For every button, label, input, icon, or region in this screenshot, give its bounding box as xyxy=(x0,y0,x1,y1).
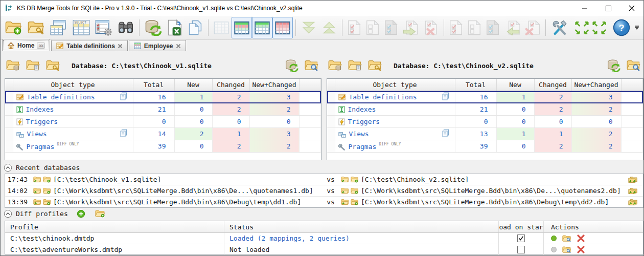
left-invert-selection-button[interactable] xyxy=(382,17,400,38)
summary-row-triggers[interactable]: Triggers 0 0 0 0 xyxy=(5,116,321,128)
minimize-button[interactable] xyxy=(573,1,596,16)
export-excel-button[interactable] xyxy=(165,17,185,38)
copy-report-button[interactable] xyxy=(185,17,205,38)
copy-list-icon[interactable] xyxy=(120,129,128,137)
col-status[interactable]: Status xyxy=(224,221,498,232)
open-left-db-icon[interactable] xyxy=(43,176,51,183)
open-both-dbs-icon[interactable] xyxy=(628,176,638,183)
open-right-db-icon[interactable] xyxy=(341,187,349,194)
maximize-button[interactable] xyxy=(596,1,620,16)
summary-row-pragmas[interactable]: PragmasDIFF ONLY 39 0 2 2 xyxy=(5,140,321,153)
right-open-db-folder-button[interactable] xyxy=(327,58,344,73)
summary-row-indexes[interactable]: Indexes 21 0 2 2 xyxy=(5,103,321,116)
recent-db-row[interactable]: 17:43 [C:\test\Chinook_v1.sqlite] vs [C:… xyxy=(5,174,643,185)
filter-deleted-rows-button[interactable] xyxy=(272,17,293,38)
tab-table-definitions[interactable]: Table definitions xyxy=(51,40,127,51)
close-tab-icon[interactable] xyxy=(118,44,123,49)
delete-profile-icon[interactable] xyxy=(577,246,585,253)
left-clear-selection-button[interactable] xyxy=(363,17,382,38)
col-changed[interactable]: Changed xyxy=(212,79,249,91)
col-new-changed[interactable]: New+Changed xyxy=(571,79,621,91)
copy-list-icon[interactable] xyxy=(120,92,128,100)
open-both-dbs-icon[interactable] xyxy=(628,187,638,195)
collapse-section-icon[interactable] xyxy=(4,163,12,172)
open-right-db-icon[interactable] xyxy=(341,199,349,205)
right-open-key-folder-button[interactable] xyxy=(366,58,384,73)
left-browse-db-button[interactable] xyxy=(303,58,320,73)
close-button[interactable] xyxy=(620,1,643,16)
right-discard-changes-button[interactable] xyxy=(522,17,543,38)
profile-row[interactable]: C:\test\chinook.dmtdp Loaded (2 mappings… xyxy=(5,233,643,244)
summary-row-views[interactable]: Views 13 1 1 2 xyxy=(327,128,643,140)
summary-row-indexes[interactable]: Indexes 21 0 2 2 xyxy=(327,103,643,116)
right-invert-selection-button[interactable] xyxy=(484,17,502,38)
col-object-type[interactable]: Object type xyxy=(13,79,133,91)
left-refresh-db-button[interactable] xyxy=(283,58,301,73)
right-refresh-db-button[interactable] xyxy=(605,58,623,73)
col-changed[interactable]: Changed xyxy=(534,79,571,91)
recent-db-row[interactable]: 13:39 [C:\Work\ksdbmt\src\SQLiteMerge.Bd… xyxy=(5,197,643,207)
open-left-db-icon[interactable] xyxy=(33,199,41,205)
summary-row-pragmas[interactable]: PragmasDIFF ONLY 39 0 2 2 xyxy=(327,140,643,153)
filter-changed-rows-button[interactable] xyxy=(252,17,272,38)
profile-row[interactable]: C:\test\adventureWorks.dmtdp Not loaded xyxy=(5,244,643,255)
add-profile-icon[interactable] xyxy=(77,209,85,218)
col-total[interactable]: Total xyxy=(133,79,174,91)
delete-profile-icon[interactable] xyxy=(577,234,585,242)
open-left-db-icon[interactable] xyxy=(33,176,41,183)
col-new[interactable]: New xyxy=(174,79,212,91)
open-database-add-button[interactable] xyxy=(3,17,25,38)
summary-row-table-definitions[interactable]: Table definitions 16 1 2 3 xyxy=(5,91,321,103)
right-apply-changes-button[interactable] xyxy=(502,17,522,38)
col-object-type[interactable]: Object type xyxy=(335,79,455,91)
help-button[interactable]: ? xyxy=(610,17,633,38)
open-profile-folder-icon[interactable] xyxy=(95,209,105,218)
filter-all-rows-button[interactable] xyxy=(211,17,232,38)
col-profile[interactable]: Profile xyxy=(5,221,224,232)
collapse-section-icon[interactable] xyxy=(4,209,12,218)
col-actions[interactable]: Actions xyxy=(543,221,605,232)
left-open-db-folder-button[interactable] xyxy=(5,58,22,73)
col-new[interactable]: New xyxy=(496,79,534,91)
view-profile-icon[interactable] xyxy=(562,234,571,242)
left-open-file-folder-button[interactable] xyxy=(25,58,42,73)
col-total[interactable]: Total xyxy=(455,79,496,91)
left-discard-changes-button[interactable] xyxy=(421,17,441,38)
right-select-all-button[interactable] xyxy=(447,17,465,38)
right-browse-db-button[interactable] xyxy=(625,58,642,73)
filter-new-rows-button[interactable] xyxy=(232,17,252,38)
window-layout-arrows[interactable] xyxy=(571,17,610,38)
open-left-db-icon[interactable] xyxy=(33,187,41,194)
left-open-key-folder-button[interactable] xyxy=(44,58,62,73)
load-on-start-checkbox[interactable] xyxy=(517,246,525,253)
toolbar-overflow-button[interactable] xyxy=(635,26,639,30)
summary-row-triggers[interactable]: Triggers 0 0 0 0 xyxy=(327,116,643,128)
tab-employee[interactable]: Employee xyxy=(129,40,186,51)
right-clear-selection-button[interactable] xyxy=(465,17,484,38)
open-left-db-icon[interactable] xyxy=(43,187,51,194)
schema-diff-button[interactable] xyxy=(48,17,70,38)
open-right-db-icon[interactable] xyxy=(351,199,359,205)
left-select-all-button[interactable] xyxy=(345,17,363,38)
col-load-on-start[interactable]: Load on start xyxy=(498,221,543,232)
tools-button[interactable] xyxy=(548,17,571,38)
open-right-db-icon[interactable] xyxy=(351,176,359,183)
right-open-file-folder-button[interactable] xyxy=(347,58,364,73)
search-button[interactable] xyxy=(115,17,136,38)
copy-list-icon[interactable] xyxy=(442,129,450,137)
close-tab-icon[interactable] xyxy=(176,44,181,49)
tab-home[interactable]: Home xx xyxy=(2,39,50,51)
open-database-key-button[interactable] xyxy=(25,17,48,38)
recent-db-row[interactable]: 14:02 [C:\Work\ksdbmt\src\SQLiteMerge.Bd… xyxy=(5,185,643,197)
summary-row-views[interactable]: Views 14 2 1 3 xyxy=(5,128,321,140)
open-left-db-icon[interactable] xyxy=(43,199,51,205)
copy-list-icon[interactable] xyxy=(442,92,450,100)
summary-row-table-definitions[interactable]: Table definitions 16 1 2 3 xyxy=(327,91,643,103)
open-right-db-icon[interactable] xyxy=(341,176,349,183)
diff-options-button[interactable] xyxy=(93,17,115,38)
open-right-db-icon[interactable] xyxy=(351,187,359,194)
load-on-start-checkbox[interactable] xyxy=(517,234,525,242)
refresh-databases-button[interactable] xyxy=(142,17,165,38)
next-diff-button[interactable] xyxy=(298,17,319,38)
left-apply-changes-button[interactable] xyxy=(400,17,421,38)
